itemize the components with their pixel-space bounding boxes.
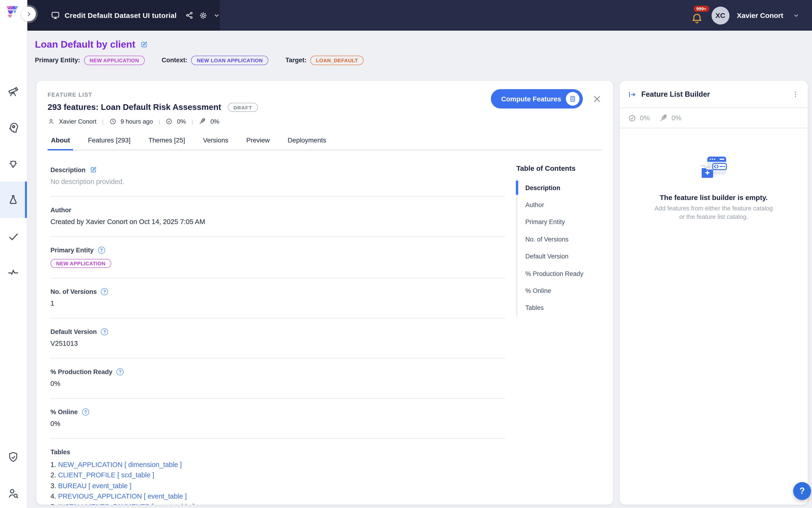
tab-bar: About Features [293] Themes [25] Version… <box>48 136 602 151</box>
meta-online: 0% <box>211 118 220 125</box>
table-number: 3. <box>50 482 56 490</box>
toc-item-primary-entity[interactable]: Primary Entity <box>517 214 603 231</box>
tab-preview[interactable]: Preview <box>243 136 273 150</box>
toc-item-author[interactable]: Author <box>517 197 603 214</box>
monitor-icon <box>51 11 60 20</box>
feature-list-card: FEATURE LIST 293 features: Loan Default … <box>36 81 613 505</box>
kebab-menu-icon[interactable] <box>792 91 799 98</box>
help-circle-icon[interactable]: ? <box>117 368 124 376</box>
tab-deployments[interactable]: Deployments <box>284 136 329 150</box>
help-circle-icon[interactable]: ? <box>101 328 108 335</box>
project-name: Credit Default Dataset UI tutorial <box>64 11 177 19</box>
table-link[interactable]: CLIENT_PROFILE [ scd_table ] <box>58 471 154 479</box>
primary-entity-value-badge[interactable]: NEW APPLICATION <box>50 259 111 268</box>
sidebar-item-modeling[interactable] <box>0 115 27 141</box>
builder-online: 0% <box>672 114 681 122</box>
online-label: % Online <box>50 409 78 416</box>
builder-title: Feature List Builder <box>641 90 786 98</box>
edit-title-icon[interactable] <box>140 40 148 48</box>
gear-icon[interactable] <box>199 11 207 19</box>
check-icon <box>7 230 19 243</box>
table-link[interactable]: BUREAU [ event_table ] <box>58 482 131 490</box>
section-production-ready: % Production Ready ? 0% <box>50 358 505 398</box>
table-link[interactable]: INSTALLMENTS_PAYMENTS [ event_table ] <box>58 503 194 505</box>
primary-entity-label: Primary Entity: <box>35 57 80 64</box>
table-link[interactable]: NEW_APPLICATION [ dimension_table ] <box>58 461 182 468</box>
section-primary-entity: Primary Entity ? NEW APPLICATION <box>50 237 505 278</box>
primary-entity-section-label: Primary Entity <box>50 247 94 254</box>
meta-updated: 9 hours ago <box>121 118 153 125</box>
app-root: Credit Default Dataset UI tutorial 999+ … <box>0 0 812 508</box>
versions-label: No. of Versions <box>50 288 97 295</box>
edit-description-icon[interactable] <box>90 166 97 174</box>
section-description: Description No description provided. <box>50 151 505 197</box>
topbar: Credit Default Dataset UI tutorial 999+ … <box>27 0 812 31</box>
toc-item-description[interactable]: Description <box>517 179 603 197</box>
avatar[interactable]: XC <box>711 6 729 24</box>
sidebar-item-monitoring[interactable] <box>0 259 27 285</box>
sidebar-item-experiments[interactable] <box>0 182 27 218</box>
telescope-icon <box>7 86 19 98</box>
help-circle-icon[interactable]: ? <box>82 409 89 416</box>
context-badge[interactable]: NEW LOAN APPLICATION <box>191 56 269 65</box>
table-number: 5. <box>50 503 56 505</box>
author-value: Created by Xavier Conort on Oct 14, 2025… <box>50 218 505 225</box>
compute-features-button[interactable]: Compute Features <box>491 89 583 109</box>
table-number: 4. <box>50 493 56 500</box>
help-button[interactable]: ? <box>793 482 811 500</box>
ml-head-icon <box>7 122 19 134</box>
section-author: Author Created by Xavier Conort on Oct 1… <box>50 197 505 237</box>
description-value: No description provided. <box>50 178 505 185</box>
toc-item-tables[interactable]: Tables <box>517 299 603 316</box>
meta-production-ready: 0% <box>177 118 186 125</box>
notifications-button[interactable]: 999+ <box>690 6 705 24</box>
sidebar-expand-button[interactable] <box>21 7 36 21</box>
table-row: 3.BUREAU [ event_table ] <box>50 480 505 491</box>
table-row: 5.INSTALLMENTS_PAYMENTS [ event_table ] <box>50 501 505 505</box>
sidebar-item-approvals[interactable] <box>0 223 27 250</box>
help-circle-icon[interactable]: ? <box>98 247 105 254</box>
compute-features-label: Compute Features <box>501 95 561 102</box>
sidebar-item-user-search[interactable] <box>0 480 27 507</box>
table-row: 4.PREVIOUS_APPLICATION [ event_table ] <box>50 491 505 502</box>
collapse-panel-icon[interactable] <box>628 90 636 98</box>
help-circle-icon[interactable]: ? <box>101 288 108 295</box>
description-label: Description <box>50 166 86 173</box>
project-selector[interactable]: Credit Default Dataset UI tutorial <box>27 0 220 31</box>
default-version-label: Default Version <box>50 328 97 335</box>
share-icon[interactable] <box>185 11 193 19</box>
toc-item-default-version[interactable]: Default Version <box>517 248 603 265</box>
online-value: 0% <box>50 420 505 427</box>
activity-icon <box>7 266 19 278</box>
sidebar-item-explore[interactable] <box>0 79 27 105</box>
feature-list-meta: Xavier Conort 9 hours ago 0% 0% <box>48 118 613 125</box>
default-version-value: V251013 <box>50 340 505 347</box>
tab-about[interactable]: About <box>48 136 73 150</box>
feature-list-builder-panel: Feature List Builder 0% 0% <box>620 81 808 505</box>
person-icon <box>48 118 55 125</box>
featurebyte-logo <box>4 5 22 24</box>
sidebar-item-governance[interactable] <box>0 444 27 470</box>
toc-item-versions[interactable]: No. of Versions <box>517 231 603 248</box>
tab-themes[interactable]: Themes [25] <box>145 136 188 150</box>
check-circle-icon <box>628 114 636 122</box>
tab-versions[interactable]: Versions <box>200 136 231 150</box>
toc-item-online[interactable]: % Online <box>517 282 603 299</box>
chevron-down-icon[interactable] <box>213 12 220 19</box>
calculator-icon <box>566 92 580 105</box>
target-badge[interactable]: LOAN_DEFAULT <box>310 56 364 65</box>
builder-empty-state: The feature list builder is empty. Add f… <box>620 156 808 221</box>
tab-features[interactable]: Features [293] <box>85 136 134 150</box>
toc-item-production-ready[interactable]: % Production Ready <box>517 265 603 282</box>
user-menu-chevron-icon[interactable] <box>793 12 800 19</box>
about-form: Description No description provided. Aut… <box>50 151 505 505</box>
table-number: 1. <box>50 461 56 468</box>
sidebar-item-ideas[interactable] <box>0 151 27 177</box>
check-circle-icon <box>166 118 173 125</box>
tables-label: Tables <box>50 449 70 456</box>
builder-empty-line1: Add features from either the feature cat… <box>655 205 773 212</box>
section-default-version: Default Version ? V251013 <box>50 319 505 358</box>
table-link[interactable]: PREVIOUS_APPLICATION [ event_table ] <box>58 493 187 500</box>
primary-entity-badge[interactable]: NEW APPLICATION <box>84 56 144 65</box>
close-icon[interactable] <box>592 94 602 103</box>
